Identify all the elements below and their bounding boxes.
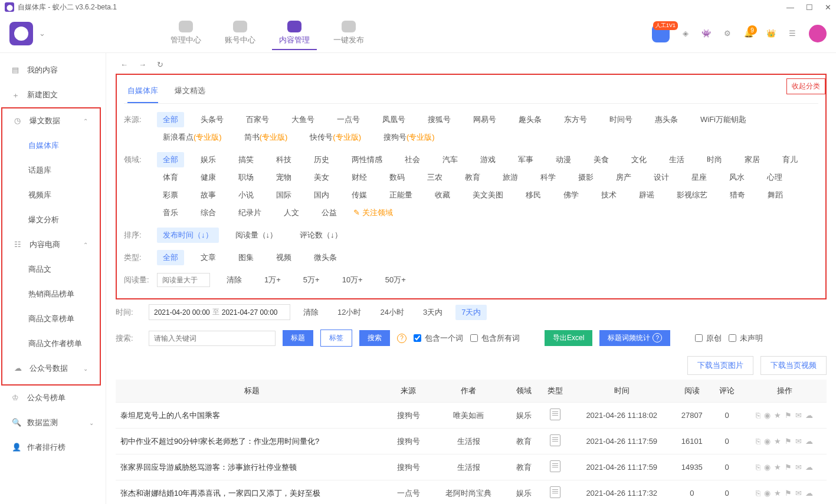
reads-chip[interactable]: 10万+ — [336, 272, 369, 288]
filter-chip[interactable]: 搜狐号 — [422, 112, 457, 127]
no-statement-checkbox[interactable]: 未声明 — [729, 333, 763, 344]
filter-chip[interactable]: 汽车 — [437, 152, 464, 167]
link-icon[interactable]: ⎘ — [756, 489, 760, 498]
filter-chip[interactable]: 家居 — [739, 152, 766, 167]
sidebar-sub[interactable]: 热销商品榜单 — [2, 282, 100, 307]
search-input[interactable] — [149, 331, 276, 346]
time-chip[interactable]: 3天内 — [417, 305, 448, 320]
filter-chip[interactable]: 美文美图 — [467, 187, 509, 203]
filter-chip[interactable]: 社会 — [399, 152, 426, 167]
export-excel-button[interactable]: 导出Excel — [545, 330, 592, 346]
table-row[interactable]: 张杰和谢娜结婚10年再添喜讯，一家四口又添丁，美好至极一点号老阿时尚宝典娱乐20… — [116, 480, 827, 505]
filter-chip[interactable]: 全部 — [157, 250, 184, 265]
help-icon[interactable]: ? — [397, 334, 406, 343]
time-range-input[interactable]: 2021-04-20 00:00 至 2021-04-27 00:00 — [149, 304, 290, 320]
bot-icon[interactable]: 👾 — [701, 29, 711, 38]
filter-chip[interactable]: 娱乐 — [195, 152, 222, 167]
filter-chip[interactable]: 国内 — [308, 187, 335, 203]
sidebar-hotdata[interactable]: ◷爆文数据⌃ — [2, 108, 100, 133]
filter-chip[interactable]: 历史 — [308, 152, 335, 167]
filter-chip[interactable]: 美女 — [308, 170, 335, 185]
filter-chip[interactable]: 影视综艺 — [671, 187, 713, 203]
filter-chip[interactable]: 舞蹈 — [762, 187, 789, 203]
flag-icon[interactable]: ⚑ — [785, 411, 792, 420]
sidebar-sub[interactable]: 话题库 — [2, 158, 100, 183]
chevron-down-icon[interactable]: ⌄ — [83, 365, 88, 372]
crown-icon[interactable]: 👑 — [766, 29, 776, 38]
refresh-icon[interactable]: ↻ — [157, 60, 163, 69]
filter-chip[interactable]: 时尚 — [701, 152, 728, 167]
filter-chip[interactable]: 动漫 — [550, 152, 577, 167]
filter-chip[interactable]: 心理 — [761, 170, 788, 185]
search-button[interactable]: 搜索 — [359, 330, 390, 346]
filter-chip[interactable]: 公益 — [316, 205, 343, 220]
cell-title[interactable]: 张杰和谢娜结婚10年再添喜讯，一家四口又添丁，美好至极 — [116, 480, 388, 505]
filter-chip[interactable]: 收藏 — [429, 187, 456, 203]
reads-chip[interactable]: 1万+ — [258, 272, 287, 288]
filter-chip[interactable]: 旅游 — [497, 170, 524, 185]
settings-icon[interactable]: ⚙ — [724, 29, 731, 38]
filter-chip[interactable]: 两性情感 — [346, 152, 388, 167]
filter-chip[interactable]: 时间号 — [604, 112, 638, 127]
nav-tab-2[interactable]: 内容管理 — [272, 17, 317, 50]
filter-chip[interactable]: 图集 — [232, 250, 260, 265]
filter-chip[interactable]: 头条号 — [195, 112, 230, 127]
filter-chip[interactable]: 教育 — [459, 170, 486, 185]
nav-tab-1[interactable]: 账号中心 — [218, 17, 263, 50]
filter-chip[interactable]: 星座 — [686, 170, 713, 185]
mail-icon[interactable]: ✉ — [795, 437, 802, 446]
filter-chip[interactable]: 综合 — [195, 205, 222, 220]
filter-chip[interactable]: 搜狗号(专业版) — [378, 130, 441, 145]
flag-icon[interactable]: ⚑ — [785, 463, 792, 472]
filter-chip[interactable]: 三农 — [421, 170, 448, 185]
menu-icon[interactable]: ☰ — [789, 29, 796, 38]
maximize-button[interactable]: ☐ — [806, 3, 813, 12]
bell-icon[interactable]: 🔔9 — [744, 29, 753, 38]
time-chip[interactable]: 清除 — [297, 305, 324, 320]
filter-chip[interactable]: 音乐 — [157, 205, 184, 220]
filter-chip[interactable]: 发布时间（↓） — [157, 228, 219, 243]
sidebar-new-article[interactable]: ＋新建图文 — [0, 83, 106, 107]
filter-chip[interactable]: 凤凰号 — [376, 112, 411, 127]
sidebar-sub[interactable]: 商品文章榜单 — [2, 307, 100, 331]
filter-chip[interactable]: 职场 — [232, 170, 260, 185]
sub-tab[interactable]: 爆文精选 — [175, 80, 205, 103]
filter-chip[interactable]: 小说 — [232, 187, 260, 203]
filter-chip[interactable]: 辟谣 — [633, 187, 660, 203]
filter-chip[interactable]: 评论数（↓） — [294, 228, 348, 243]
cloud-icon[interactable]: ☁ — [805, 437, 813, 446]
include-all-checkbox[interactable]: 包含所有词 — [470, 333, 520, 344]
time-chip[interactable]: 24小时 — [374, 305, 409, 320]
chevron-down-icon[interactable]: ⌄ — [39, 29, 45, 38]
table-row[interactable]: 初中作业不超过90分钟!家长老师愁了：作业怎用时间量化?搜狗号生活报教育2021… — [116, 429, 827, 454]
chevron-down-icon[interactable]: ⌄ — [89, 420, 94, 426]
filter-chip[interactable]: 摄影 — [572, 170, 599, 185]
filter-chip[interactable]: 阅读量（↓） — [230, 228, 284, 243]
filter-chip[interactable]: 数码 — [383, 170, 411, 185]
sidebar-item[interactable]: 🔍数据监测⌄ — [0, 410, 106, 435]
filter-chip[interactable]: 文化 — [625, 152, 653, 167]
filter-chip[interactable]: 趣头条 — [513, 112, 548, 127]
table-row[interactable]: 张家界回应导游威胁怒骂游客：涉事旅行社停业整顿搜狗号生活报教育2021-04-2… — [116, 454, 827, 480]
original-checkbox[interactable]: 原创 — [695, 333, 722, 344]
time-chip[interactable]: 7天内 — [455, 305, 487, 320]
mail-icon[interactable]: ✉ — [795, 489, 802, 498]
nav-tab-0[interactable]: 管理中心 — [163, 17, 208, 50]
filter-chip[interactable]: 网易号 — [467, 112, 502, 127]
filter-chip[interactable]: 科技 — [270, 152, 297, 167]
cloud-icon[interactable]: ☁ — [805, 489, 813, 498]
collapse-filters-button[interactable]: 收起分类 — [786, 78, 825, 94]
sidebar-sub[interactable]: 视频库 — [2, 183, 100, 207]
cell-title[interactable]: 泰坦尼克号上的八名中国乘客 — [116, 403, 388, 429]
filter-chip[interactable]: 故事 — [195, 187, 222, 203]
back-icon[interactable]: ← — [120, 60, 128, 69]
filter-chip[interactable]: 生活 — [663, 152, 690, 167]
filter-chip[interactable]: 房产 — [610, 170, 637, 185]
eye-icon[interactable]: ◉ — [764, 437, 771, 446]
mail-icon[interactable]: ✉ — [795, 411, 802, 420]
shield-icon[interactable]: ◈ — [683, 29, 689, 38]
reads-chip[interactable]: 清除 — [221, 272, 248, 288]
filter-chip[interactable]: 纪录片 — [232, 205, 267, 220]
download-videos-button[interactable]: 下载当页视频 — [760, 356, 827, 375]
chevron-up-icon[interactable]: ⌃ — [83, 118, 88, 124]
